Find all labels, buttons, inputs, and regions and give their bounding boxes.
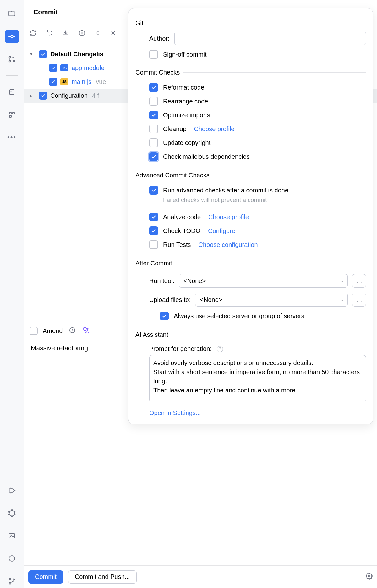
chevron-down-icon[interactable]: ▾ <box>30 52 36 57</box>
upload-label: Upload files to: <box>149 296 191 303</box>
svg-point-3 <box>13 60 14 62</box>
section-git-title: Git <box>135 19 144 27</box>
graphql-icon[interactable] <box>5 506 19 520</box>
svg-marker-8 <box>9 488 15 493</box>
copyright-checkbox[interactable] <box>149 138 158 147</box>
panel-more-icon[interactable]: ⋮ <box>360 14 366 21</box>
commit-options-popover: ⋮ Git Author: Sign-off commit Commit Che… <box>128 8 373 424</box>
folder-icon[interactable] <box>5 7 19 21</box>
chevron-down-icon: ⌄ <box>340 297 344 302</box>
chevron-down-icon: ⌄ <box>340 278 344 283</box>
open-in-settings-link[interactable]: Open in Settings... <box>135 406 366 418</box>
ts-file-icon: TS <box>60 64 68 71</box>
run-after-checkbox[interactable] <box>149 186 158 195</box>
svg-point-20 <box>13 579 14 580</box>
rearrange-label: Rearrange code <box>163 98 208 105</box>
shelve-icon[interactable] <box>62 30 69 38</box>
todo-configure-link[interactable]: Configure <box>208 227 235 235</box>
commit-icon[interactable] <box>5 30 19 43</box>
malicious-checkbox[interactable] <box>149 152 158 161</box>
chevron-right-icon[interactable]: ▸ <box>30 93 36 98</box>
run-after-label: Run advanced checks after a commit is do… <box>163 187 288 194</box>
section-advanced-title: Advanced Commit Checks <box>135 172 210 179</box>
prompt-label: Prompt for generation: <box>149 345 212 352</box>
file-count: 4 f <box>92 92 99 99</box>
run-tool-select[interactable]: <None>⌄ <box>179 274 348 288</box>
bookmark-icon[interactable] <box>5 85 19 99</box>
upload-more-button[interactable]: … <box>352 293 366 307</box>
signoff-checkbox[interactable] <box>149 50 158 59</box>
group-icon[interactable] <box>110 30 116 38</box>
left-rail: ••• <box>0 0 24 588</box>
analyze-profile-link[interactable]: Choose profile <box>208 214 249 221</box>
tests-checkbox[interactable] <box>149 240 158 249</box>
analyze-checkbox[interactable] <box>149 213 158 221</box>
file-checkbox[interactable] <box>49 78 57 86</box>
changelist-checkbox[interactable] <box>39 92 47 100</box>
gear-icon[interactable] <box>366 573 373 581</box>
svg-rect-6 <box>13 112 14 114</box>
changelist-checkbox[interactable] <box>39 50 47 58</box>
run-tool-label: Run tool: <box>149 277 174 285</box>
commit-and-push-button[interactable]: Commit and Push... <box>68 570 137 584</box>
js-file-icon: JS <box>60 78 68 85</box>
section-after-title: After Commit <box>135 260 172 267</box>
svg-marker-9 <box>9 510 14 516</box>
reformat-label: Reformat code <box>163 84 204 91</box>
optimize-label: Optimize imports <box>163 112 210 119</box>
amend-label: Amend <box>43 327 63 335</box>
file-checkbox[interactable] <box>49 64 57 72</box>
svg-point-19 <box>9 583 11 584</box>
ai-icon[interactable] <box>82 327 89 335</box>
svg-point-18 <box>9 578 11 580</box>
pull-request-icon[interactable] <box>5 52 19 66</box>
commit-button[interactable]: Commit <box>28 570 63 584</box>
svg-point-21 <box>81 32 83 34</box>
svg-point-23 <box>368 575 370 577</box>
malicious-label: Check malicious dependencies <box>163 153 250 160</box>
changelist-label: Default Changelis <box>50 51 103 58</box>
optimize-checkbox[interactable] <box>149 111 158 119</box>
terminal-icon[interactable] <box>5 529 19 543</box>
cleanup-profile-link[interactable]: Choose profile <box>194 125 235 133</box>
copyright-label: Update copyright <box>163 139 210 147</box>
bottom-bar: Commit Commit and Push... <box>24 565 377 588</box>
svg-rect-7 <box>9 115 11 117</box>
prompt-textarea[interactable] <box>149 355 366 402</box>
svg-point-0 <box>10 35 13 38</box>
analyze-label: Analyze code <box>163 214 201 221</box>
todo-label: Check TODO <box>163 227 200 235</box>
section-ai-title: AI Assistant <box>135 331 168 338</box>
always-use-checkbox[interactable] <box>160 312 169 320</box>
rearrange-checkbox[interactable] <box>149 97 158 106</box>
tests-label: Run Tests <box>163 241 191 248</box>
tests-config-link[interactable]: Choose configuration <box>199 241 258 248</box>
file-dir: vue <box>96 78 106 86</box>
problems-icon[interactable] <box>5 552 19 565</box>
svg-point-2 <box>9 60 10 62</box>
run-tool-more-button[interactable]: … <box>352 274 366 288</box>
rollback-icon[interactable] <box>46 30 53 38</box>
author-input[interactable] <box>174 32 366 45</box>
refresh-icon[interactable] <box>30 30 36 38</box>
reformat-checkbox[interactable] <box>149 83 158 92</box>
svg-rect-16 <box>9 534 15 538</box>
git-branch-icon[interactable] <box>5 574 19 588</box>
todo-checkbox[interactable] <box>149 226 158 235</box>
changelist-label: Configuration <box>50 92 88 99</box>
advanced-hint: Failed checks will not prevent a commit <box>135 197 366 203</box>
diff-icon[interactable] <box>79 30 85 38</box>
structure-icon[interactable] <box>5 108 19 122</box>
expand-collapse-icon[interactable] <box>95 30 101 38</box>
cleanup-checkbox[interactable] <box>149 125 158 133</box>
run-icon[interactable] <box>5 484 19 497</box>
file-name: app.module <box>72 64 105 72</box>
commit-tool-window: Commit ▾ Default Changelis TS app.module <box>24 0 377 588</box>
help-icon[interactable]: ? <box>217 346 223 352</box>
amend-checkbox[interactable] <box>30 327 38 335</box>
upload-select[interactable]: <None>⌄ <box>195 293 348 307</box>
cleanup-label: Cleanup <box>163 125 187 133</box>
history-icon[interactable] <box>69 327 76 335</box>
file-name: main.js <box>72 78 91 86</box>
more-icon[interactable]: ••• <box>5 130 19 144</box>
